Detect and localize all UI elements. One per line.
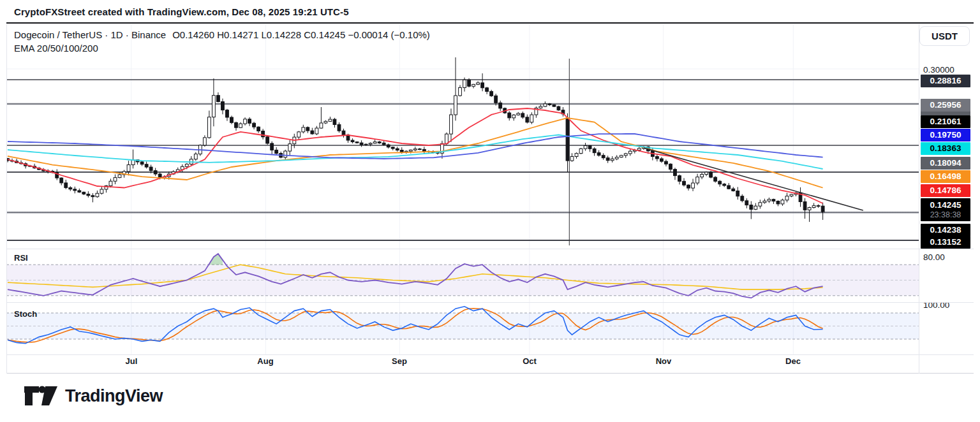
- month-label-aug[interactable]: Aug: [257, 356, 273, 366]
- price-label-level-0-25956: 0.25956: [921, 99, 970, 112]
- currency-toggle-button[interactable]: USDT: [919, 26, 970, 46]
- chart-canvas[interactable]: [0, 0, 980, 422]
- price-label-level-0-21061: 0.21061: [921, 115, 970, 128]
- price-label-ema200-0-19750: 0.19750: [921, 129, 970, 142]
- price-label-current-price: 0.1424523:38:38: [921, 198, 970, 221]
- ema20-line: [8, 108, 823, 203]
- price-label-level-0-14238: 0.14238: [921, 224, 970, 236]
- hidden-price-label: [921, 111, 970, 115]
- stoch-panel: [6, 307, 919, 344]
- month-label-oct[interactable]: Oct: [523, 356, 537, 366]
- time-axis-separator: [6, 354, 974, 355]
- tradingview-chart-window: CryptoFXStreet created with TradingView.…: [0, 0, 980, 422]
- month-label-dec[interactable]: Dec: [785, 356, 801, 366]
- widget-left-border: [6, 24, 7, 374]
- price-label-ema50-0-16498: 0.16498: [921, 170, 970, 183]
- tradingview-logo: TradingView: [24, 385, 163, 407]
- candlestick-series: [6, 57, 824, 222]
- price-label-axis-0-30000: 0.30000: [923, 65, 954, 75]
- price-label-ema100-0-18363: 0.18363: [921, 142, 970, 155]
- price-label-level-0-18094: 0.18094: [921, 157, 970, 170]
- main-price-panel: [6, 57, 919, 245]
- symbol-title: Dogecoin / TetherUS · 1D · BinanceO0.142…: [14, 29, 430, 40]
- price-scale-border: [919, 24, 919, 374]
- month-label-sep[interactable]: Sep: [392, 356, 407, 366]
- symbol-name: Dogecoin / TetherUS · 1D · Binance: [14, 29, 166, 40]
- price-label-level-0-28816: 0.28816: [921, 75, 970, 87]
- rsi-panel: [6, 254, 919, 298]
- ohlc-values: O0.14260 H0.14271 L0.14228 C0.14245 −0.0…: [172, 29, 430, 40]
- indicator-title: EMA 20/50/100/200: [14, 43, 98, 54]
- month-label-jul[interactable]: Jul: [126, 356, 138, 366]
- grid-lines: [6, 24, 919, 354]
- price-label-level-0-13152: 0.13152: [921, 236, 970, 249]
- tradingview-logo-mark: [24, 385, 57, 407]
- rsi-pane-label: RSI: [14, 253, 28, 263]
- tradingview-logo-text: TradingView: [65, 386, 163, 406]
- stoch-pane-label: Stoch: [14, 309, 37, 319]
- widget-bottom-border: [6, 373, 974, 374]
- pane-separator-2[interactable]: [6, 302, 974, 303]
- month-label-nov[interactable]: Nov: [656, 356, 672, 366]
- pane-separator-1[interactable]: [6, 249, 974, 249]
- rsi-axis-top: 80.00: [923, 252, 945, 262]
- price-label-ema20-0-14786: 0.14786: [921, 184, 970, 197]
